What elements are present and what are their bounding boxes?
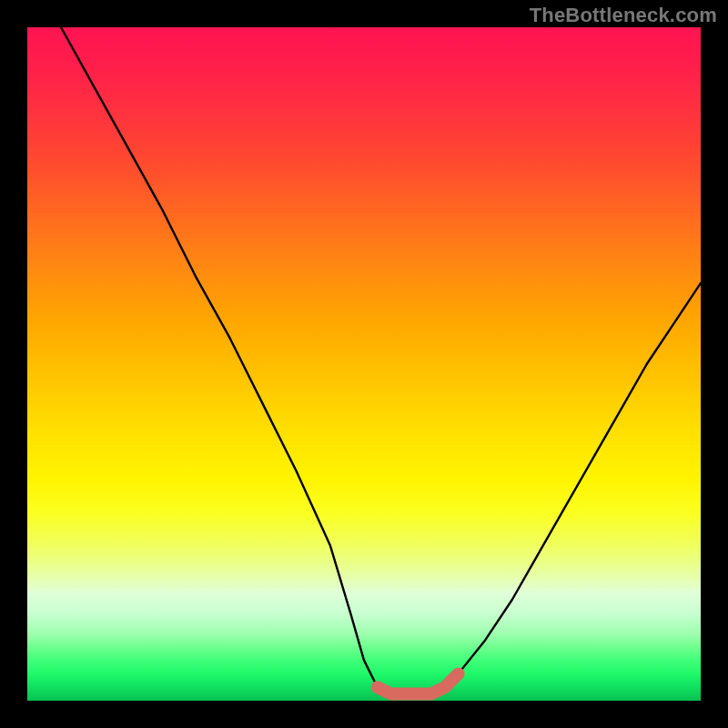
optimal-zone-marker (378, 673, 459, 693)
chart-frame: TheBottleneck.com (0, 0, 728, 728)
curve-svg (27, 27, 701, 701)
bottleneck-curve (61, 27, 701, 694)
watermark-text: TheBottleneck.com (530, 4, 717, 27)
plot-area (27, 27, 701, 701)
